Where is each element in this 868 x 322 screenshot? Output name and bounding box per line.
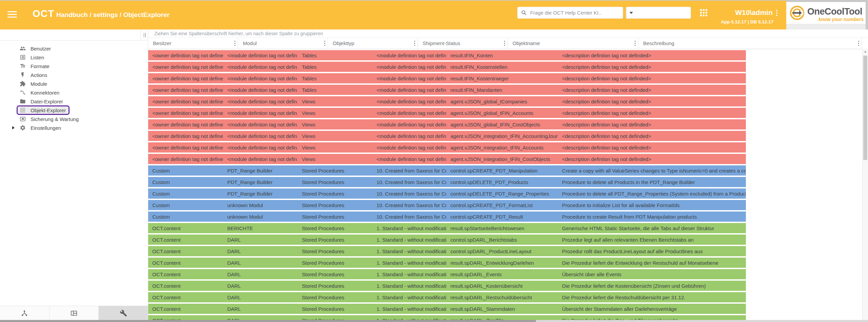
sidebar-item-formate[interactable]: Formate bbox=[0, 62, 148, 71]
tab-panel[interactable] bbox=[50, 306, 99, 320]
sidebar-item-module[interactable]: Module bbox=[0, 79, 148, 88]
grid-rows: <owner definition tag not define…<module… bbox=[148, 49, 862, 320]
table-row[interactable]: <owner definition tag not define…<module… bbox=[148, 73, 746, 83]
sidebar-splitter-handle[interactable] bbox=[140, 29, 148, 40]
cell-objekttyp: Stored Procedures bbox=[298, 248, 372, 254]
scroll-up-arrow-icon[interactable]: ▲ bbox=[863, 49, 868, 54]
cell-objekttyp: Stored Procedures bbox=[298, 168, 372, 174]
group-by-panel[interactable]: Ziehen Sie eine Spaltenüberschrift hierh… bbox=[148, 29, 868, 38]
ki-search-dropdown-button[interactable] bbox=[626, 7, 636, 18]
user-menu-kebab-icon[interactable] bbox=[776, 10, 777, 16]
table-row[interactable]: <owner definition tag not define…<module… bbox=[148, 119, 746, 129]
cell-objekttyp: Stored Procedures bbox=[298, 283, 372, 289]
column-header-objektname[interactable]: Objektname bbox=[508, 38, 638, 49]
column-header-objekttyp[interactable]: Objekttyp bbox=[328, 38, 418, 49]
tab-tools[interactable] bbox=[99, 306, 148, 320]
tab-hierarchy[interactable] bbox=[0, 306, 50, 320]
horizontal-scrollbar[interactable] bbox=[0, 320, 868, 322]
column-menu-kebab-icon[interactable] bbox=[324, 41, 326, 46]
table-row[interactable]: <owner definition tag not define…<module… bbox=[148, 50, 746, 60]
column-menu-kebab-icon[interactable] bbox=[234, 41, 236, 46]
sidebar: BenutzerListenFormateActionsModuleKonnek… bbox=[0, 29, 148, 320]
cell-modul: <module defintion tag not defin… bbox=[223, 87, 298, 93]
sidebar-item-konnektoren[interactable]: Konnektoren bbox=[0, 88, 148, 97]
hamburger-menu-icon[interactable] bbox=[7, 11, 17, 19]
column-menu-kebab-icon[interactable] bbox=[858, 41, 860, 46]
cell-objektname: control.spDARL_ProductLineLayout bbox=[446, 248, 558, 254]
sidebar-item-datei-explorer[interactable]: Datei-Explorer bbox=[0, 97, 148, 106]
sidebar-toolbar bbox=[0, 29, 148, 41]
cell-objekttyp: Stored Procedures bbox=[298, 191, 372, 197]
expand-arrow-icon[interactable] bbox=[12, 126, 15, 129]
column-header-label: Objektname bbox=[513, 40, 540, 46]
table-row[interactable]: <owner definition tag not define…<module… bbox=[148, 154, 746, 164]
table-row[interactable]: CustomPDT_Range BuilderStored Procedures… bbox=[148, 165, 746, 176]
cell-objektname: agent.vJSON_global_tFIN_CostObjects bbox=[446, 122, 558, 127]
cell-beschreibung: Die Prozedur liefert die Entwicklung der… bbox=[558, 260, 746, 266]
cell-beschreibung: Procedure to create Result from PDT Mani… bbox=[558, 214, 746, 220]
table-row[interactable]: OCT.contentDARLStored Procedures1. Stand… bbox=[148, 269, 746, 279]
column-header-besitzer[interactable]: Besitzer bbox=[148, 38, 238, 49]
table-row[interactable]: CustomPDT_Range BuilderStored Procedures… bbox=[148, 188, 746, 199]
apps-grid-icon[interactable] bbox=[700, 9, 708, 17]
vertical-scrollbar[interactable]: ▲ bbox=[862, 49, 868, 320]
cell-beschreibung: <description defintion tag not definded> bbox=[558, 99, 746, 104]
column-header-label: Beschreibung bbox=[643, 40, 674, 46]
vertical-scrollbar-thumb[interactable] bbox=[863, 56, 867, 160]
breadcrumb: Handbuch / settings / ObjectExplorer bbox=[56, 11, 170, 19]
sidebar-item-benutzer[interactable]: Benutzer bbox=[0, 44, 148, 53]
gear-icon bbox=[20, 125, 26, 131]
table-row[interactable]: OCT.contentDARLStored Procedures1. Stand… bbox=[148, 281, 746, 291]
sidebar-item-objekt-explorer[interactable]: Objekt-Explorer bbox=[0, 106, 148, 115]
cell-objektname: result.spDARL_Stammdaten bbox=[446, 306, 558, 312]
column-header-shipment-status[interactable]: Shipment-Status bbox=[418, 38, 508, 49]
table-row[interactable]: CustomPDT_Range BuilderStored Procedures… bbox=[148, 177, 746, 187]
cell-objektname: result.spStartseiteBerichtswesen bbox=[446, 225, 558, 231]
sidebar-item-actions[interactable]: Actions bbox=[0, 71, 148, 79]
cell-shipment-status: <module defintion tag not defin… bbox=[372, 64, 446, 70]
table-row[interactable]: <owner definition tag not define…<module… bbox=[148, 131, 746, 141]
column-header-label: Besitzer bbox=[153, 40, 171, 46]
cell-beschreibung: <description defintion tag not definded> bbox=[558, 133, 746, 139]
table-row[interactable]: <owner definition tag not define…<module… bbox=[148, 85, 746, 95]
column-header-beschreibung[interactable]: Beschreibung bbox=[638, 38, 862, 49]
cell-shipment-status: <module defintion tag not defin… bbox=[372, 145, 446, 150]
table-row[interactable]: <owner definition tag not define…<module… bbox=[148, 96, 746, 106]
table-row[interactable]: Customunknown ModulStored Procedures10. … bbox=[148, 212, 746, 222]
column-header-modul[interactable]: Modul bbox=[238, 38, 328, 49]
table-row[interactable]: <owner definition tag not define…<module… bbox=[148, 142, 746, 153]
cell-shipment-status: <module defintion tag not defin… bbox=[372, 87, 446, 93]
cell-modul: DARL bbox=[223, 248, 298, 254]
table-row[interactable]: OCT.contentDARLStored Procedures1. Stand… bbox=[148, 315, 746, 320]
sidebar-item-label: Objekt-Explorer bbox=[31, 107, 66, 113]
cell-objekttyp: Views bbox=[298, 99, 372, 104]
column-menu-kebab-icon[interactable] bbox=[635, 41, 636, 46]
table-row[interactable]: OCT.contentBERICHTEStored Procedures1. S… bbox=[148, 223, 746, 233]
user-name[interactable]: W10\admin bbox=[709, 8, 773, 17]
table-row[interactable]: OCT.contentDARLStored Procedures1. Stand… bbox=[148, 246, 746, 256]
cell-modul: <module defintion tag not defin… bbox=[223, 76, 298, 81]
users-icon bbox=[20, 45, 26, 52]
column-menu-kebab-icon[interactable] bbox=[414, 41, 416, 46]
cell-beschreibung: <description defintion tag not definded> bbox=[558, 53, 746, 58]
help-search-box[interactable] bbox=[517, 7, 623, 19]
help-search-input[interactable] bbox=[529, 9, 619, 16]
table-row[interactable]: Customunknown ModulStored Procedures10. … bbox=[148, 200, 746, 210]
table-row[interactable]: OCT.contentDARLStored Procedures1. Stand… bbox=[148, 235, 746, 245]
table-row[interactable]: OCT.contentDARLStored Procedures1. Stand… bbox=[148, 258, 746, 268]
horizontal-scrollbar-thumb[interactable] bbox=[0, 320, 536, 322]
column-menu-kebab-icon[interactable] bbox=[504, 41, 505, 46]
table-row[interactable]: OCT.contentDARLStored Procedures1. Stand… bbox=[148, 292, 746, 302]
table-row[interactable]: OCT.contentDARLStored Procedures1. Stand… bbox=[148, 304, 746, 314]
cell-shipment-status: <module defintion tag not defin… bbox=[372, 76, 446, 81]
backup-icon bbox=[20, 116, 26, 122]
sidebar-item-listen[interactable]: Listen bbox=[0, 53, 148, 62]
cell-shipment-status: 10. Created from Saxess for Cu… bbox=[372, 179, 446, 185]
sidebar-item-sicherung-wartung[interactable]: Sicherung & Wartung bbox=[0, 115, 148, 123]
sidebar-item-einstellungen[interactable]: Einstellungen bbox=[0, 123, 148, 132]
cell-shipment-status: 10. Created from Saxess for Cu… bbox=[372, 202, 446, 208]
cell-shipment-status: <module defintion tag not defin… bbox=[372, 122, 446, 127]
cell-beschreibung: Procedure to delete all PDT_Range_Proper… bbox=[558, 191, 746, 197]
table-row[interactable]: <owner definition tag not define…<module… bbox=[148, 108, 746, 118]
table-row[interactable]: <owner definition tag not define…<module… bbox=[148, 62, 746, 72]
